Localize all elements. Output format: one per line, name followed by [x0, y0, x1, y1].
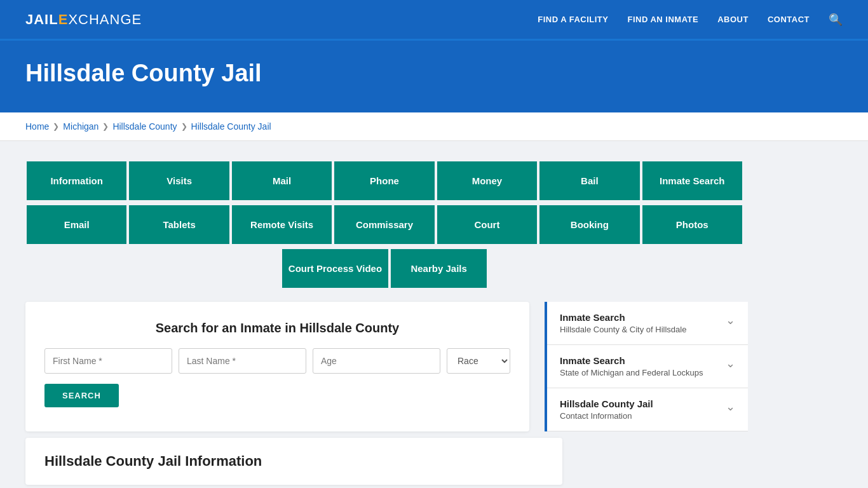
bottom-title: Hillsdale County Jail Information [44, 453, 543, 470]
breadcrumb-bar: Home ❯ Michigan ❯ Hillsdale County ❯ Hil… [0, 112, 868, 141]
sidebar-inmate-search-county[interactable]: Inmate Search Hillsdale County & City of… [547, 302, 748, 345]
breadcrumb-sep-3: ❯ [181, 122, 187, 131]
btn-email[interactable]: Email [25, 204, 128, 245]
sidebar-item-text-3: Hillsdale County Jail Contact Informatio… [560, 398, 653, 421]
bottom-section: Hillsdale County Jail Information [25, 438, 562, 485]
btn-bail[interactable]: Bail [538, 160, 641, 201]
btn-commissary[interactable]: Commissary [333, 204, 435, 245]
nav-contact[interactable]: CONTACT [768, 15, 810, 24]
nav-about[interactable]: ABOUT [717, 15, 749, 24]
search-fields: Race White Black Hispanic Asian Other [44, 348, 510, 374]
breadcrumb-current: Hillsdale County Jail [191, 121, 271, 132]
content-area: Search for an Inmate in Hillsdale County… [25, 302, 743, 431]
sidebar-item-text-2: Inmate Search State of Michigan and Fede… [560, 355, 703, 377]
chevron-down-icon-2: ⌄ [726, 356, 735, 370]
grid-row-2: Email Tablets Remote Visits Commissary C… [25, 204, 743, 245]
btn-court-process-video[interactable]: Court Process Video [281, 248, 390, 289]
last-name-input[interactable] [179, 348, 306, 374]
btn-mail[interactable]: Mail [231, 160, 333, 201]
btn-tablets[interactable]: Tablets [128, 204, 230, 245]
page-title: Hillsdale County Jail [25, 60, 843, 87]
nav-find-inmate[interactable]: FIND AN INMATE [627, 15, 698, 24]
btn-court[interactable]: Court [436, 204, 538, 245]
btn-inmate-search[interactable]: Inmate Search [641, 160, 743, 201]
logo-xchange: XCHANGE [68, 11, 142, 27]
sidebar-inmate-search-state[interactable]: Inmate Search State of Michigan and Fede… [547, 345, 748, 388]
first-name-input[interactable] [44, 348, 172, 374]
breadcrumb-sep-2: ❯ [102, 122, 109, 131]
btn-remote-visits[interactable]: Remote Visits [231, 204, 333, 245]
sidebar-contact-info[interactable]: Hillsdale County Jail Contact Informatio… [547, 388, 748, 431]
breadcrumb-michigan[interactable]: Michigan [63, 121, 98, 132]
grid-row-3: Court Process Video Nearby Jails [25, 248, 743, 289]
sidebar-item-subtitle-1: Hillsdale County & City of Hillsdale [560, 325, 686, 334]
hero-section: Hillsdale County Jail [0, 41, 868, 112]
btn-nearby-jails[interactable]: Nearby Jails [390, 248, 488, 289]
sidebar-item-subtitle-3: Contact Information [560, 411, 653, 421]
header: JAILEXCHANGE FIND A FACILITY FIND AN INM… [0, 0, 868, 41]
nav-find-facility[interactable]: FIND A FACILITY [538, 15, 608, 24]
inmate-search-box: Search for an Inmate in Hillsdale County… [25, 302, 529, 431]
btn-photos[interactable]: Photos [641, 204, 743, 245]
sidebar-item-text-1: Inmate Search Hillsdale County & City of… [560, 312, 686, 334]
main-nav: FIND A FACILITY FIND AN INMATE ABOUT CON… [538, 13, 843, 27]
search-button[interactable]: SEARCH [44, 384, 119, 407]
breadcrumb-hillsdale-county[interactable]: Hillsdale County [112, 121, 177, 132]
breadcrumb-home[interactable]: Home [25, 121, 49, 132]
logo: JAILEXCHANGE [25, 11, 142, 28]
grid-row-1: Information Visits Mail Phone Money Bail… [25, 160, 743, 201]
main-content: Information Visits Mail Phone Money Bail… [0, 141, 868, 488]
btn-information[interactable]: Information [25, 160, 128, 201]
logo-jail: JAIL [25, 11, 58, 27]
chevron-down-icon-1: ⌄ [726, 313, 735, 327]
sidebar-item-title-3: Hillsdale County Jail [560, 398, 653, 409]
race-select[interactable]: Race White Black Hispanic Asian Other [447, 348, 510, 374]
logo-e: E [58, 11, 69, 27]
btn-phone[interactable]: Phone [333, 160, 435, 201]
btn-money[interactable]: Money [436, 160, 538, 201]
breadcrumb: Home ❯ Michigan ❯ Hillsdale County ❯ Hil… [25, 121, 843, 132]
sidebar-item-subtitle-2: State of Michigan and Federal Lockups [560, 368, 703, 377]
breadcrumb-sep-1: ❯ [53, 122, 59, 131]
sidebar-item-title-2: Inmate Search [560, 355, 703, 366]
sidebar: Inmate Search Hillsdale County & City of… [545, 302, 748, 431]
search-title: Search for an Inmate in Hillsdale County [44, 321, 510, 336]
btn-booking[interactable]: Booking [538, 204, 641, 245]
btn-visits[interactable]: Visits [128, 160, 230, 201]
chevron-down-icon-3: ⌄ [726, 400, 735, 414]
age-input[interactable] [313, 348, 440, 374]
sidebar-item-title-1: Inmate Search [560, 312, 686, 323]
search-icon[interactable]: 🔍 [829, 13, 843, 27]
